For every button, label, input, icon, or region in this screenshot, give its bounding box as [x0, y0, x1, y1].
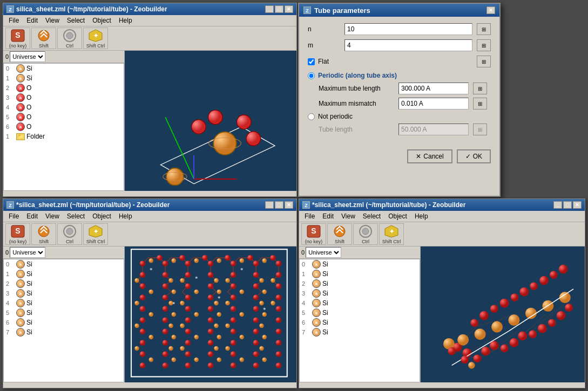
- svg-point-109: [262, 312, 267, 317]
- n-input[interactable]: [344, 23, 472, 35]
- br-tree-panel: 0 Universe 0a Si 1a Si 2a Si 3a Si 4a Si…: [299, 246, 421, 382]
- bl-universe-select[interactable]: Universe: [10, 247, 45, 258]
- tree-row[interactable]: 7a Si: [4, 327, 124, 337]
- cancel-button[interactable]: ✕ Cancel: [407, 149, 452, 163]
- tree-row[interactable]: 4a Si: [300, 298, 420, 308]
- br-tool-shift[interactable]: Shift: [327, 223, 352, 245]
- br-menu-view[interactable]: View: [338, 212, 359, 221]
- menu-view[interactable]: View: [42, 16, 63, 25]
- menu-object[interactable]: Object: [89, 16, 114, 25]
- tree-row[interactable]: 2a Si: [300, 279, 420, 289]
- tool-no-key[interactable]: S (no key): [5, 28, 30, 49]
- universe-select[interactable]: Universe: [10, 51, 45, 62]
- menu-help[interactable]: Help: [116, 16, 136, 25]
- close-btn[interactable]: ✕: [285, 5, 293, 13]
- svg-point-207: [565, 304, 573, 312]
- tree-row[interactable]: 1 a Si: [4, 73, 124, 83]
- max-mismatch-expr-btn[interactable]: ⊞: [473, 98, 487, 109]
- svg-point-213: [519, 287, 529, 297]
- tree-row[interactable]: 2a Si: [4, 279, 124, 289]
- br-tool-ctrl[interactable]: Ctrl: [353, 223, 378, 245]
- bl-tool-shift-icon: [36, 224, 51, 238]
- bl-menu-select[interactable]: Select: [64, 212, 88, 221]
- svg-point-119: [180, 324, 184, 328]
- tool-ctrl[interactable]: Ctrl: [57, 28, 82, 49]
- bl-menu-file[interactable]: File: [5, 212, 22, 221]
- ok-button[interactable]: ✓ OK: [457, 149, 491, 163]
- bl-tool-ctrl[interactable]: Ctrl: [57, 223, 82, 245]
- m-input[interactable]: [344, 39, 472, 51]
- bl-tool-shift[interactable]: Shift: [31, 223, 56, 245]
- menu-file[interactable]: File: [5, 16, 22, 25]
- not-periodic-radio[interactable]: [308, 113, 315, 120]
- maximize-btn[interactable]: □: [275, 5, 283, 13]
- tree-row[interactable]: 2 a O: [4, 83, 124, 93]
- tree-row[interactable]: 3 a O: [4, 93, 124, 102]
- svg-point-150: [163, 351, 168, 357]
- bl-tool-no-key[interactable]: S (no key): [5, 223, 30, 245]
- tube-length-input[interactable]: [398, 124, 469, 135]
- br-menu-file[interactable]: File: [301, 212, 318, 221]
- br-menu-help[interactable]: Help: [411, 212, 431, 221]
- tree-row[interactable]: 6 a O: [4, 122, 124, 132]
- bl-tool-shift-ctrl[interactable]: ✦ Shift Ctrl: [83, 223, 108, 245]
- br-menu-edit[interactable]: Edit: [319, 212, 337, 221]
- tree-row[interactable]: 0a Si: [300, 259, 420, 269]
- bl-minimize-btn[interactable]: _: [265, 201, 274, 209]
- bl-menu-view[interactable]: View: [42, 212, 63, 221]
- br-universe-select[interactable]: Universe: [306, 247, 341, 258]
- br-menu-select[interactable]: Select: [360, 212, 384, 221]
- max-tube-length-input[interactable]: [398, 83, 469, 94]
- bl-menu-help[interactable]: Help: [116, 212, 136, 221]
- tree-row[interactable]: 5a Si: [300, 308, 420, 318]
- tree-row[interactable]: 6a Si: [4, 318, 124, 327]
- bl-toolbar: S (no key) Shift Ctrl ✦ Shift Ctrl: [3, 222, 296, 246]
- tree-row[interactable]: 4a Si: [4, 298, 124, 308]
- svg-point-44: [225, 255, 231, 261]
- flat-checkbox[interactable]: [308, 58, 315, 65]
- tree-row[interactable]: 1a Si: [4, 269, 124, 279]
- tree-row[interactable]: 5 a O: [4, 112, 124, 122]
- br-maximize-btn[interactable]: □: [563, 201, 572, 209]
- svg-point-63: [134, 278, 139, 283]
- bl-maximize-btn[interactable]: □: [275, 201, 283, 209]
- tree-row[interactable]: 0a Si: [4, 259, 124, 269]
- max-mismatch-input[interactable]: [398, 98, 469, 109]
- periodic-radio[interactable]: [308, 72, 315, 79]
- tree-row[interactable]: 3a Si: [300, 289, 420, 298]
- svg-point-99: [180, 301, 184, 305]
- br-tool-no-key[interactable]: S (no key): [301, 223, 326, 245]
- tree-row[interactable]: 5a Si: [4, 308, 124, 318]
- m-expr-btn[interactable]: ⊞: [477, 39, 491, 51]
- tool-shift[interactable]: Shift: [31, 28, 56, 49]
- br-tree-list: 0a Si 1a Si 2a Si 3a Si 4a Si 5a Si 6a S…: [299, 259, 420, 382]
- tree-row[interactable]: 1a Si: [300, 269, 420, 279]
- bl-tool-ctrl-icon: [62, 224, 77, 238]
- br-minimize-btn[interactable]: _: [553, 201, 562, 209]
- minimize-btn[interactable]: _: [265, 5, 274, 13]
- tree-row[interactable]: 3a Si: [4, 289, 124, 298]
- br-close-btn[interactable]: ✕: [573, 201, 582, 209]
- dialog-close-btn[interactable]: ✕: [486, 6, 495, 14]
- dialog-title: Tube parameters: [314, 6, 370, 15]
- atom-icon-si: a: [16, 74, 25, 83]
- tree-row[interactable]: 4 a O: [4, 102, 124, 112]
- bl-menu-object[interactable]: Object: [89, 212, 114, 221]
- tree-row[interactable]: 1 📁 Folder: [4, 132, 124, 141]
- svg-point-171: [241, 268, 243, 270]
- n-expr-btn[interactable]: ⊞: [477, 23, 491, 35]
- tree-row[interactable]: 0 a Si: [4, 64, 124, 73]
- br-menu-object[interactable]: Object: [385, 212, 410, 221]
- menu-edit[interactable]: Edit: [23, 16, 41, 25]
- tree-row[interactable]: 6a Si: [300, 318, 420, 327]
- max-tube-length-expr-btn[interactable]: ⊞: [473, 83, 487, 94]
- bl-close-btn[interactable]: ✕: [285, 201, 293, 209]
- tool-shift-ctrl[interactable]: ✦ Shift Ctrl: [83, 28, 108, 49]
- br-tool-shift-ctrl[interactable]: ✦ Shift Ctrl: [379, 223, 404, 245]
- flat-expr-btn[interactable]: ⊞: [477, 56, 491, 67]
- tree-row[interactable]: 7a Si: [300, 327, 420, 337]
- bl-menu-edit[interactable]: Edit: [23, 212, 41, 221]
- tube-length-expr-btn[interactable]: ⊞: [473, 124, 487, 135]
- menu-select[interactable]: Select: [64, 16, 88, 25]
- bl-titlebar-buttons: _ □ ✕: [265, 201, 293, 209]
